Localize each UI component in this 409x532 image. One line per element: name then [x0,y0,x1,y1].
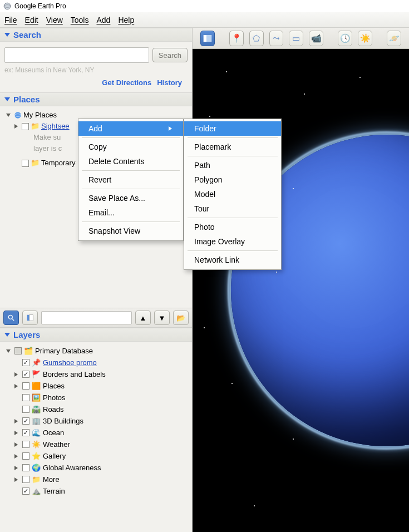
checkbox[interactable] [22,464,29,471]
submenu-network-link[interactable]: Network Link [184,253,281,267]
submenu-folder[interactable]: Folder [184,121,281,136]
sunlight-button[interactable]: ☀️ [358,31,372,46]
checkbox[interactable] [22,123,29,130]
place-icon: 🟧 [32,382,41,391]
layer-label[interactable]: Terrain [43,485,65,497]
temporary-places-node[interactable]: Temporary [41,157,75,169]
checkbox[interactable] [22,160,29,167]
toggle-sidebar-button[interactable] [200,31,215,46]
move-down-button[interactable]: ▼ [154,311,170,325]
magnifier-icon [7,314,15,322]
tree-expander-icon[interactable] [14,124,18,129]
layer-label[interactable]: Photos [43,392,65,403]
tree-expander-icon[interactable] [6,349,11,353]
checkbox[interactable] [22,441,29,448]
submenu-placemark[interactable]: Placemark [184,140,281,154]
add-path-button[interactable]: ⤳ [269,31,284,46]
record-tour-button[interactable]: 📹 [309,31,323,46]
search-input[interactable] [4,47,149,63]
checkbox[interactable] [22,371,29,378]
submenu-image-overlay[interactable]: Image Overlay [184,234,281,249]
layer-row: 🛣️Roads [1,403,191,415]
checkbox[interactable] [22,406,29,413]
checkbox[interactable] [14,347,22,354]
layer-label[interactable]: 3D Buildings [43,415,83,427]
menu-help[interactable]: Help [118,16,134,24]
historical-imagery-button[interactable]: 🕓 [338,31,352,46]
layer-label[interactable]: Global Awareness [43,462,101,474]
layer-label[interactable]: Roads [43,403,64,415]
sightseeing-node[interactable]: Sightsee [41,121,70,132]
layer-label[interactable]: Gumshoe promo [43,357,97,368]
context-menu-item-label: Network Link [194,255,239,264]
my-places-node[interactable]: My Places [23,110,57,121]
svg-line-5 [12,319,14,321]
layer-label[interactable]: More [43,474,60,485]
main-toolbar: 📍 ⬠ ⤳ ▭ 📹 🕓 ☀️ 🪐 [193,28,409,49]
submenu-arrow-icon [169,126,172,131]
history-link[interactable]: History [157,78,182,87]
layer-label[interactable]: Ocean [43,427,64,439]
tree-expander-icon[interactable] [14,431,18,435]
menu-tools[interactable]: Tools [71,16,89,24]
submenu-path[interactable]: Path [184,158,281,173]
context-menu-add[interactable]: Add [78,121,183,136]
tree-expander-icon[interactable] [14,477,18,482]
submenu-tour[interactable]: Tour [184,201,281,216]
tree-expander-icon[interactable] [14,466,18,470]
tree-expander-icon[interactable] [14,419,18,423]
flag-icon: 🚩 [32,370,41,379]
layer-label[interactable]: Weather [43,439,70,450]
submenu-photo[interactable]: Photo [184,220,281,234]
tree-expander-icon[interactable] [14,384,18,388]
get-directions-link[interactable]: Get Directions [102,78,151,87]
layer-label[interactable]: Borders and Labels [43,368,106,380]
folder-icon: 📁 [32,475,41,484]
context-menu-item-label: Email... [88,208,115,217]
layer-row: ☀️Weather [1,439,191,450]
checkbox[interactable] [22,476,29,483]
folder-icon: 📁 [31,157,40,169]
open-folder-button[interactable]: 📂 [173,311,189,325]
tree-expander-icon[interactable] [14,372,18,377]
menu-file[interactable]: File [4,16,17,24]
checkbox[interactable] [22,429,29,436]
submenu-polygon[interactable]: Polygon [184,173,281,187]
context-menu-copy[interactable]: Copy [78,140,183,154]
search-places-button[interactable] [3,311,19,325]
places-view-button[interactable] [22,311,38,325]
primary-database-node[interactable]: Primary Database [35,345,93,357]
context-menu-snapshot-view[interactable]: Snapshot View [78,224,183,238]
app-icon [3,2,11,10]
submenu-model[interactable]: Model [184,187,281,201]
places-panel-header[interactable]: Places [0,92,192,106]
search-button[interactable]: Search [152,48,188,62]
context-menu-delete-contents[interactable]: Delete Contents [78,154,183,169]
context-menu-revert[interactable]: Revert [78,173,183,187]
tree-expander-icon[interactable] [6,114,11,117]
add-placemark-button[interactable]: 📍 [229,31,244,46]
checkbox[interactable] [22,452,29,460]
checkbox[interactable] [22,394,29,401]
menu-add[interactable]: Add [96,16,110,24]
layers-panel-header[interactable]: Layers [0,328,192,342]
checkbox[interactable] [22,487,29,495]
layer-label[interactable]: Places [43,380,65,392]
tree-expander-icon[interactable] [14,454,18,459]
move-up-button[interactable]: ▲ [135,311,151,325]
checkbox[interactable] [22,382,29,390]
checkbox[interactable] [22,359,29,366]
menu-edit[interactable]: Edit [25,16,38,24]
layer-label[interactable]: Gallery [43,450,66,462]
menu-view[interactable]: View [46,16,63,24]
search-panel-header[interactable]: Search [0,28,192,42]
tree-expander-icon[interactable] [14,442,18,447]
places-filter-dropdown[interactable] [41,311,132,324]
context-menu-item-label: Tour [194,204,209,213]
context-menu-email[interactable]: Email... [78,205,183,220]
context-menu-save-place-as[interactable]: Save Place As... [78,191,183,205]
add-image-overlay-button[interactable]: ▭ [289,31,303,46]
checkbox[interactable] [22,417,29,425]
add-polygon-button[interactable]: ⬠ [249,31,264,46]
planets-button[interactable]: 🪐 [387,31,401,46]
